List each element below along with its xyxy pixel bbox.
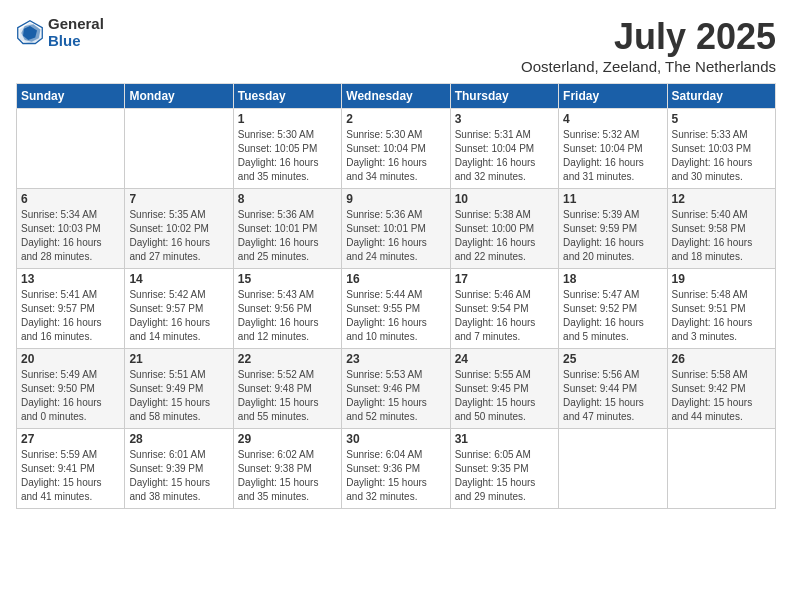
day-number-3: 3 — [455, 112, 554, 126]
col-thursday: Thursday — [450, 84, 558, 109]
day-number-28: 28 — [129, 432, 228, 446]
logo: General Blue — [16, 16, 104, 49]
day-number-30: 30 — [346, 432, 445, 446]
day-info-1: Sunrise: 5:30 AM Sunset: 10:05 PM Daylig… — [238, 128, 337, 184]
day-info-25: Sunrise: 5:56 AM Sunset: 9:44 PM Dayligh… — [563, 368, 662, 424]
calendar-cell-4-5: 24Sunrise: 5:55 AM Sunset: 9:45 PM Dayli… — [450, 349, 558, 429]
day-number-19: 19 — [672, 272, 771, 286]
day-number-17: 17 — [455, 272, 554, 286]
day-number-26: 26 — [672, 352, 771, 366]
calendar-cell-3-7: 19Sunrise: 5:48 AM Sunset: 9:51 PM Dayli… — [667, 269, 775, 349]
day-number-4: 4 — [563, 112, 662, 126]
calendar-cell-4-7: 26Sunrise: 5:58 AM Sunset: 9:42 PM Dayli… — [667, 349, 775, 429]
calendar-cell-4-2: 21Sunrise: 5:51 AM Sunset: 9:49 PM Dayli… — [125, 349, 233, 429]
day-number-20: 20 — [21, 352, 120, 366]
day-info-27: Sunrise: 5:59 AM Sunset: 9:41 PM Dayligh… — [21, 448, 120, 504]
calendar-cell-3-2: 14Sunrise: 5:42 AM Sunset: 9:57 PM Dayli… — [125, 269, 233, 349]
day-number-15: 15 — [238, 272, 337, 286]
day-number-6: 6 — [21, 192, 120, 206]
col-tuesday: Tuesday — [233, 84, 341, 109]
day-info-4: Sunrise: 5:32 AM Sunset: 10:04 PM Daylig… — [563, 128, 662, 184]
day-number-9: 9 — [346, 192, 445, 206]
calendar-cell-2-2: 7Sunrise: 5:35 AM Sunset: 10:02 PM Dayli… — [125, 189, 233, 269]
title-block: July 2025 Oosterland, Zeeland, The Nethe… — [521, 16, 776, 75]
day-number-7: 7 — [129, 192, 228, 206]
day-number-5: 5 — [672, 112, 771, 126]
day-number-21: 21 — [129, 352, 228, 366]
calendar-cell-5-5: 31Sunrise: 6:05 AM Sunset: 9:35 PM Dayli… — [450, 429, 558, 509]
calendar-cell-4-4: 23Sunrise: 5:53 AM Sunset: 9:46 PM Dayli… — [342, 349, 450, 429]
day-info-17: Sunrise: 5:46 AM Sunset: 9:54 PM Dayligh… — [455, 288, 554, 344]
day-number-24: 24 — [455, 352, 554, 366]
week-row-5: 27Sunrise: 5:59 AM Sunset: 9:41 PM Dayli… — [17, 429, 776, 509]
calendar-cell-3-6: 18Sunrise: 5:47 AM Sunset: 9:52 PM Dayli… — [559, 269, 667, 349]
day-number-23: 23 — [346, 352, 445, 366]
calendar-cell-3-3: 15Sunrise: 5:43 AM Sunset: 9:56 PM Dayli… — [233, 269, 341, 349]
calendar-cell-1-6: 4Sunrise: 5:32 AM Sunset: 10:04 PM Dayli… — [559, 109, 667, 189]
day-number-12: 12 — [672, 192, 771, 206]
calendar-cell-5-6 — [559, 429, 667, 509]
day-number-10: 10 — [455, 192, 554, 206]
page-header: General Blue July 2025 Oosterland, Zeela… — [16, 16, 776, 75]
day-info-7: Sunrise: 5:35 AM Sunset: 10:02 PM Daylig… — [129, 208, 228, 264]
day-number-1: 1 — [238, 112, 337, 126]
calendar-cell-2-6: 11Sunrise: 5:39 AM Sunset: 9:59 PM Dayli… — [559, 189, 667, 269]
day-number-18: 18 — [563, 272, 662, 286]
day-info-11: Sunrise: 5:39 AM Sunset: 9:59 PM Dayligh… — [563, 208, 662, 264]
day-number-13: 13 — [21, 272, 120, 286]
day-info-31: Sunrise: 6:05 AM Sunset: 9:35 PM Dayligh… — [455, 448, 554, 504]
calendar-cell-5-4: 30Sunrise: 6:04 AM Sunset: 9:36 PM Dayli… — [342, 429, 450, 509]
day-number-2: 2 — [346, 112, 445, 126]
logo-general-text: General — [48, 16, 104, 33]
day-info-13: Sunrise: 5:41 AM Sunset: 9:57 PM Dayligh… — [21, 288, 120, 344]
day-info-21: Sunrise: 5:51 AM Sunset: 9:49 PM Dayligh… — [129, 368, 228, 424]
calendar-cell-2-4: 9Sunrise: 5:36 AM Sunset: 10:01 PM Dayli… — [342, 189, 450, 269]
col-wednesday: Wednesday — [342, 84, 450, 109]
day-info-28: Sunrise: 6:01 AM Sunset: 9:39 PM Dayligh… — [129, 448, 228, 504]
day-info-10: Sunrise: 5:38 AM Sunset: 10:00 PM Daylig… — [455, 208, 554, 264]
day-info-8: Sunrise: 5:36 AM Sunset: 10:01 PM Daylig… — [238, 208, 337, 264]
calendar-cell-1-4: 2Sunrise: 5:30 AM Sunset: 10:04 PM Dayli… — [342, 109, 450, 189]
calendar-cell-5-1: 27Sunrise: 5:59 AM Sunset: 9:41 PM Dayli… — [17, 429, 125, 509]
calendar-table: Sunday Monday Tuesday Wednesday Thursday… — [16, 83, 776, 509]
day-info-26: Sunrise: 5:58 AM Sunset: 9:42 PM Dayligh… — [672, 368, 771, 424]
day-number-22: 22 — [238, 352, 337, 366]
day-info-30: Sunrise: 6:04 AM Sunset: 9:36 PM Dayligh… — [346, 448, 445, 504]
calendar-cell-2-3: 8Sunrise: 5:36 AM Sunset: 10:01 PM Dayli… — [233, 189, 341, 269]
calendar-cell-4-6: 25Sunrise: 5:56 AM Sunset: 9:44 PM Dayli… — [559, 349, 667, 429]
calendar-subtitle: Oosterland, Zeeland, The Netherlands — [521, 58, 776, 75]
calendar-cell-1-5: 3Sunrise: 5:31 AM Sunset: 10:04 PM Dayli… — [450, 109, 558, 189]
day-info-20: Sunrise: 5:49 AM Sunset: 9:50 PM Dayligh… — [21, 368, 120, 424]
day-info-5: Sunrise: 5:33 AM Sunset: 10:03 PM Daylig… — [672, 128, 771, 184]
calendar-header-row: Sunday Monday Tuesday Wednesday Thursday… — [17, 84, 776, 109]
week-row-4: 20Sunrise: 5:49 AM Sunset: 9:50 PM Dayli… — [17, 349, 776, 429]
calendar-cell-1-1 — [17, 109, 125, 189]
calendar-cell-4-3: 22Sunrise: 5:52 AM Sunset: 9:48 PM Dayli… — [233, 349, 341, 429]
week-row-2: 6Sunrise: 5:34 AM Sunset: 10:03 PM Dayli… — [17, 189, 776, 269]
col-saturday: Saturday — [667, 84, 775, 109]
calendar-cell-1-2 — [125, 109, 233, 189]
day-info-2: Sunrise: 5:30 AM Sunset: 10:04 PM Daylig… — [346, 128, 445, 184]
col-sunday: Sunday — [17, 84, 125, 109]
day-number-27: 27 — [21, 432, 120, 446]
calendar-cell-3-1: 13Sunrise: 5:41 AM Sunset: 9:57 PM Dayli… — [17, 269, 125, 349]
day-info-18: Sunrise: 5:47 AM Sunset: 9:52 PM Dayligh… — [563, 288, 662, 344]
day-info-19: Sunrise: 5:48 AM Sunset: 9:51 PM Dayligh… — [672, 288, 771, 344]
day-info-9: Sunrise: 5:36 AM Sunset: 10:01 PM Daylig… — [346, 208, 445, 264]
day-info-23: Sunrise: 5:53 AM Sunset: 9:46 PM Dayligh… — [346, 368, 445, 424]
day-info-12: Sunrise: 5:40 AM Sunset: 9:58 PM Dayligh… — [672, 208, 771, 264]
day-info-16: Sunrise: 5:44 AM Sunset: 9:55 PM Dayligh… — [346, 288, 445, 344]
day-info-22: Sunrise: 5:52 AM Sunset: 9:48 PM Dayligh… — [238, 368, 337, 424]
day-info-29: Sunrise: 6:02 AM Sunset: 9:38 PM Dayligh… — [238, 448, 337, 504]
day-info-3: Sunrise: 5:31 AM Sunset: 10:04 PM Daylig… — [455, 128, 554, 184]
calendar-cell-5-3: 29Sunrise: 6:02 AM Sunset: 9:38 PM Dayli… — [233, 429, 341, 509]
calendar-cell-2-1: 6Sunrise: 5:34 AM Sunset: 10:03 PM Dayli… — [17, 189, 125, 269]
logo-text: General Blue — [48, 16, 104, 49]
day-number-11: 11 — [563, 192, 662, 206]
calendar-cell-2-5: 10Sunrise: 5:38 AM Sunset: 10:00 PM Dayl… — [450, 189, 558, 269]
day-info-24: Sunrise: 5:55 AM Sunset: 9:45 PM Dayligh… — [455, 368, 554, 424]
logo-icon — [16, 19, 44, 47]
col-friday: Friday — [559, 84, 667, 109]
week-row-1: 1Sunrise: 5:30 AM Sunset: 10:05 PM Dayli… — [17, 109, 776, 189]
calendar-cell-2-7: 12Sunrise: 5:40 AM Sunset: 9:58 PM Dayli… — [667, 189, 775, 269]
